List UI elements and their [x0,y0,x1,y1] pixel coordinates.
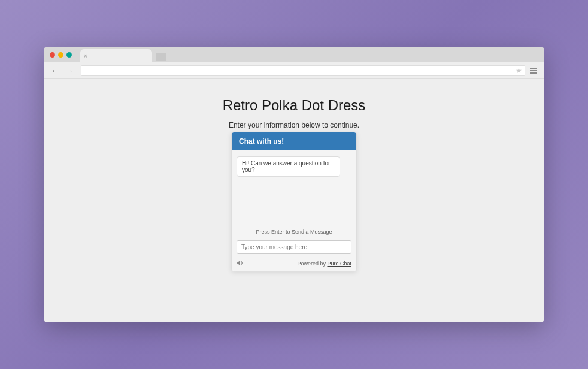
powered-by: Powered by Pure Chat [297,261,351,267]
page-subtitle: Enter your information below to continue… [229,121,359,129]
browser-tab-bar: × [44,47,544,62]
browser-toolbar: ← → ★ [44,62,544,79]
hamburger-menu-icon[interactable] [529,66,538,75]
chat-body: Hi! Can we answer a question for you? Pr… [232,150,356,240]
url-bar[interactable]: ★ [81,65,525,76]
chat-header[interactable]: Chat with us! [232,132,356,150]
maximize-window-button[interactable] [66,52,72,58]
browser-window: × ← → ★ Retro Polka Dot Dress Enter your… [44,47,544,322]
minimize-window-button[interactable] [58,52,63,58]
close-window-button[interactable] [50,52,55,58]
chat-hint: Press Enter to Send a Message [237,229,351,235]
new-tab-button[interactable] [156,53,166,61]
forward-button[interactable]: → [64,66,75,75]
chat-footer: Powered by Pure Chat [232,258,356,271]
window-controls [50,52,72,58]
sound-icon[interactable] [237,260,243,267]
powered-by-prefix: Powered by [297,261,327,267]
chat-input[interactable] [237,240,351,254]
browser-tab[interactable]: × [80,49,152,62]
back-button[interactable]: ← [50,66,60,75]
svg-marker-0 [237,261,240,265]
chat-message: Hi! Can we answer a question for you? [237,156,340,177]
chat-input-container [232,240,356,258]
powered-by-link[interactable]: Pure Chat [327,261,351,267]
tab-close-icon[interactable]: × [84,53,87,59]
bookmark-star-icon[interactable]: ★ [516,66,522,75]
chat-widget: Chat with us! Hi! Can we answer a questi… [231,132,357,271]
page-title: Retro Polka Dot Dress [223,97,366,114]
page-content: Retro Polka Dot Dress Enter your informa… [44,79,544,322]
tabs-container: × [80,47,166,62]
